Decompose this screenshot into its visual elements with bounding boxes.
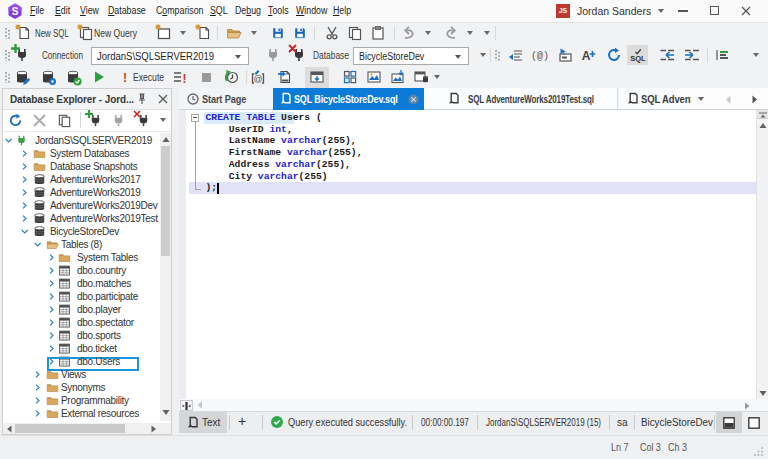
svg-text:A: A (582, 49, 591, 63)
svg-text:(@): (@) (532, 51, 548, 62)
svg-text:@: @ (253, 74, 262, 84)
svg-text:SQL: SQL (630, 54, 646, 63)
svg-text:!: ! (183, 72, 187, 86)
